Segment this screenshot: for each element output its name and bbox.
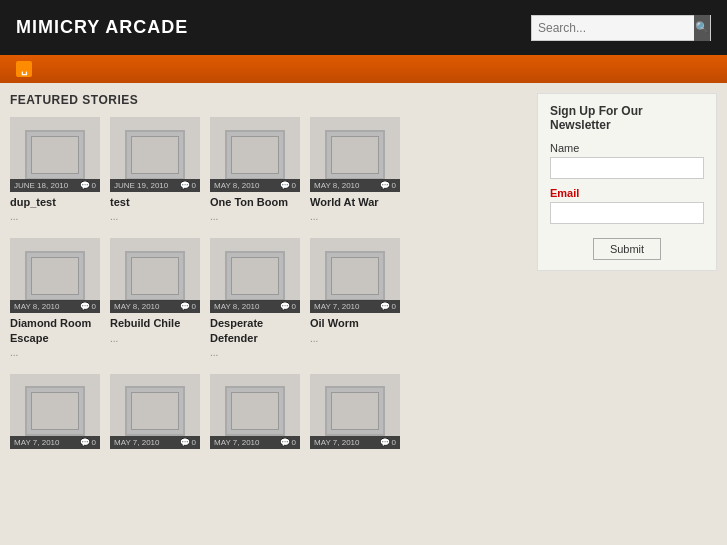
game-meta: ... bbox=[310, 211, 400, 222]
site-title: MIMICRY ARCADE bbox=[16, 17, 188, 38]
game-thumbnail: MAY 7, 2010 💬 0 bbox=[310, 238, 400, 313]
list-item[interactable]: MAY 8, 2010 💬 0 Diamond Room Escape ... bbox=[10, 238, 100, 358]
game-title: One Ton Boom bbox=[210, 195, 300, 209]
game-date-bar: MAY 7, 2010 💬 0 bbox=[310, 300, 400, 313]
game-meta: ... bbox=[210, 211, 300, 222]
game-date: MAY 7, 2010 bbox=[314, 438, 360, 447]
name-label: Name bbox=[550, 142, 704, 154]
main-content: FEATURED STORIES JUNE 18, 2010 💬 0 dup_t… bbox=[0, 83, 727, 475]
game-grid-row1: JUNE 18, 2010 💬 0 dup_test ... JUNE 19, … bbox=[10, 117, 527, 222]
sidebar: Sign Up For Our Newsletter Name Email Su… bbox=[537, 93, 717, 465]
game-date: MAY 7, 2010 bbox=[114, 438, 160, 447]
comment-count: 💬 0 bbox=[80, 302, 96, 311]
game-thumbnail: JUNE 18, 2010 💬 0 bbox=[10, 117, 100, 192]
content-area: FEATURED STORIES JUNE 18, 2010 💬 0 dup_t… bbox=[10, 93, 527, 465]
game-title: Desperate Defender bbox=[210, 316, 300, 345]
email-label: Email bbox=[550, 187, 704, 199]
game-date-bar: MAY 7, 2010 💬 0 bbox=[110, 436, 200, 449]
game-date-bar: MAY 8, 2010 💬 0 bbox=[210, 179, 300, 192]
list-item[interactable]: MAY 8, 2010 💬 0 World At War ... bbox=[310, 117, 400, 222]
list-item[interactable]: MAY 7, 2010 💬 0 bbox=[110, 374, 200, 449]
game-date-bar: MAY 7, 2010 💬 0 bbox=[310, 436, 400, 449]
game-thumbnail: JUNE 19, 2010 💬 0 bbox=[110, 117, 200, 192]
game-grid-row2: MAY 8, 2010 💬 0 Diamond Room Escape ... … bbox=[10, 238, 527, 358]
comment-count: 💬 0 bbox=[80, 438, 96, 447]
game-meta: ... bbox=[10, 347, 100, 358]
game-meta: ... bbox=[310, 333, 400, 344]
comment-count: 💬 0 bbox=[80, 181, 96, 190]
list-item[interactable]: MAY 8, 2010 💬 0 Rebuild Chile ... bbox=[110, 238, 200, 358]
featured-stories-heading: FEATURED STORIES bbox=[10, 93, 527, 107]
game-meta: ... bbox=[110, 333, 200, 344]
list-item[interactable]: MAY 7, 2010 💬 0 Oil Worm ... bbox=[310, 238, 400, 358]
search-input[interactable] bbox=[532, 19, 694, 37]
newsletter-box: Sign Up For Our Newsletter Name Email Su… bbox=[537, 93, 717, 271]
game-title: Diamond Room Escape bbox=[10, 316, 100, 345]
game-date-bar: MAY 8, 2010 💬 0 bbox=[310, 179, 400, 192]
game-date: MAY 7, 2010 bbox=[14, 438, 60, 447]
comment-count: 💬 0 bbox=[380, 438, 396, 447]
game-meta: ... bbox=[210, 347, 300, 358]
game-thumbnail: MAY 7, 2010 💬 0 bbox=[10, 374, 100, 449]
comment-count: 💬 0 bbox=[280, 302, 296, 311]
game-date-bar: MAY 8, 2010 💬 0 bbox=[10, 300, 100, 313]
game-date: MAY 8, 2010 bbox=[114, 302, 160, 311]
newsletter-title: Sign Up For Our Newsletter bbox=[550, 104, 704, 132]
game-title: test bbox=[110, 195, 200, 209]
name-input[interactable] bbox=[550, 157, 704, 179]
game-thumbnail: MAY 7, 2010 💬 0 bbox=[310, 374, 400, 449]
search-button[interactable]: 🔍 bbox=[694, 15, 710, 41]
orange-bar: ␣ bbox=[0, 55, 727, 83]
game-meta: ... bbox=[10, 211, 100, 222]
game-date: JUNE 18, 2010 bbox=[14, 181, 68, 190]
game-date-bar: MAY 7, 2010 💬 0 bbox=[10, 436, 100, 449]
game-date: MAY 8, 2010 bbox=[214, 181, 260, 190]
game-thumbnail: MAY 7, 2010 💬 0 bbox=[110, 374, 200, 449]
game-title: dup_test bbox=[10, 195, 100, 209]
game-title: World At War bbox=[310, 195, 400, 209]
list-item[interactable]: MAY 7, 2010 💬 0 bbox=[210, 374, 300, 449]
email-input[interactable] bbox=[550, 202, 704, 224]
comment-count: 💬 0 bbox=[180, 181, 196, 190]
game-date: MAY 7, 2010 bbox=[314, 302, 360, 311]
game-date: MAY 7, 2010 bbox=[214, 438, 260, 447]
list-item[interactable]: JUNE 19, 2010 💬 0 test ... bbox=[110, 117, 200, 222]
game-thumbnail: MAY 8, 2010 💬 0 bbox=[110, 238, 200, 313]
game-date: JUNE 19, 2010 bbox=[114, 181, 168, 190]
game-meta: ... bbox=[110, 211, 200, 222]
comment-count: 💬 0 bbox=[380, 302, 396, 311]
game-thumbnail: MAY 7, 2010 💬 0 bbox=[210, 374, 300, 449]
game-date-bar: MAY 8, 2010 💬 0 bbox=[110, 300, 200, 313]
game-date: MAY 8, 2010 bbox=[214, 302, 260, 311]
game-date-bar: MAY 8, 2010 💬 0 bbox=[210, 300, 300, 313]
game-title: Oil Worm bbox=[310, 316, 400, 330]
comment-count: 💬 0 bbox=[180, 302, 196, 311]
submit-button[interactable]: Submit bbox=[593, 238, 661, 260]
game-title: Rebuild Chile bbox=[110, 316, 200, 330]
comment-count: 💬 0 bbox=[280, 438, 296, 447]
game-thumbnail: MAY 8, 2010 💬 0 bbox=[10, 238, 100, 313]
game-thumbnail: MAY 8, 2010 💬 0 bbox=[210, 117, 300, 192]
list-item[interactable]: MAY 7, 2010 💬 0 bbox=[10, 374, 100, 449]
game-thumbnail: MAY 8, 2010 💬 0 bbox=[310, 117, 400, 192]
game-date: MAY 8, 2010 bbox=[14, 302, 60, 311]
header: MIMICRY ARCADE 🔍 bbox=[0, 0, 727, 55]
list-item[interactable]: MAY 7, 2010 💬 0 bbox=[310, 374, 400, 449]
game-grid-row3: MAY 7, 2010 💬 0 MAY 7, 2010 💬 0 bbox=[10, 374, 527, 449]
game-date: MAY 8, 2010 bbox=[314, 181, 360, 190]
list-item[interactable]: MAY 8, 2010 💬 0 Desperate Defender ... bbox=[210, 238, 300, 358]
game-thumbnail: MAY 8, 2010 💬 0 bbox=[210, 238, 300, 313]
rss-icon[interactable]: ␣ bbox=[16, 61, 32, 77]
comment-count: 💬 0 bbox=[380, 181, 396, 190]
game-date-bar: JUNE 19, 2010 💬 0 bbox=[110, 179, 200, 192]
comment-count: 💬 0 bbox=[180, 438, 196, 447]
list-item[interactable]: JUNE 18, 2010 💬 0 dup_test ... bbox=[10, 117, 100, 222]
game-date-bar: MAY 7, 2010 💬 0 bbox=[210, 436, 300, 449]
comment-count: 💬 0 bbox=[280, 181, 296, 190]
list-item[interactable]: MAY 8, 2010 💬 0 One Ton Boom ... bbox=[210, 117, 300, 222]
search-box: 🔍 bbox=[531, 15, 711, 41]
game-date-bar: JUNE 18, 2010 💬 0 bbox=[10, 179, 100, 192]
